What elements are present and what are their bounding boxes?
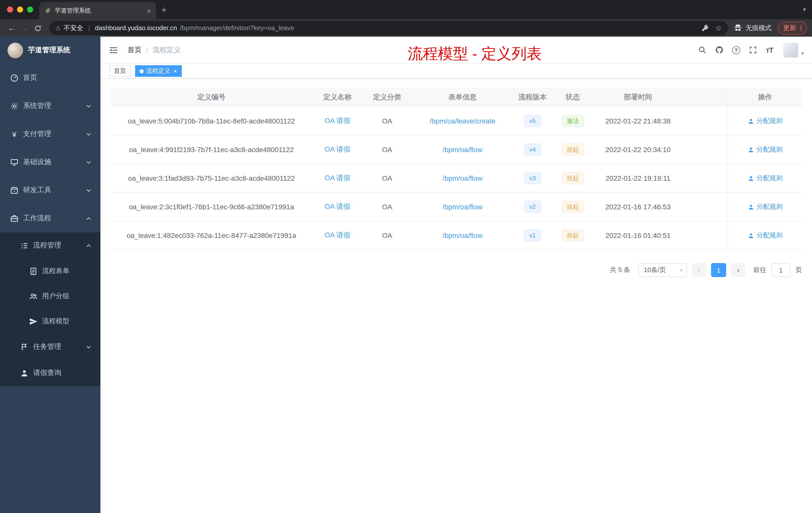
definition-id: oa_leave:4:991f2193-7b7f-11ec-a3c8-acde4… xyxy=(111,146,312,154)
bookmark-star-icon[interactable]: ☆ xyxy=(715,23,722,32)
annotation-title: 流程模型 - 定义列表 xyxy=(408,44,542,64)
sidebar-item-home[interactable]: 首页 xyxy=(0,64,100,92)
next-page-button[interactable]: › xyxy=(731,263,745,277)
definition-name-link[interactable]: OA 请假 xyxy=(325,174,350,182)
definition-id: oa_leave:2:3c1f0ef1-76b1-11ec-9c66-a2380… xyxy=(111,203,312,211)
tag-close-icon[interactable]: × xyxy=(173,68,177,74)
definition-name-link[interactable]: OA 请假 xyxy=(325,231,350,239)
definition-name-link[interactable]: OA 请假 xyxy=(325,202,350,210)
screen: 芋道管理系统 × + ▾ ← → ⚠ 不安全 | dashboard.yudao… xyxy=(0,0,812,513)
table-header: 定义编号 定义名称 定义分类 表单信息 流程版本 状态 部署时间 操作 xyxy=(111,88,802,107)
user-icon xyxy=(748,175,754,181)
chevron-down-icon xyxy=(86,187,91,193)
github-icon[interactable] xyxy=(715,46,724,54)
goto-page-input[interactable] xyxy=(771,263,790,277)
assign-rule-button[interactable]: 分配规则 xyxy=(748,231,783,240)
address-bar[interactable]: ⚠ 不安全 | dashboard.yudao.iocoder.cn/bpm/m… xyxy=(49,21,728,35)
incognito-badge: 无痕模式 xyxy=(733,23,772,33)
definition-name-link[interactable]: OA 请假 xyxy=(325,117,350,124)
form-info-link[interactable]: /bpm/oa/flow xyxy=(443,146,483,154)
workflow-submenu: 流程管理 流程表单 用户分组 xyxy=(0,233,100,386)
tab-close-icon[interactable]: × xyxy=(147,7,151,14)
browser-tab[interactable]: 芋道管理系统 × xyxy=(39,2,156,19)
dashboard-icon xyxy=(10,73,19,82)
sidebar-item-payment[interactable]: ¥ 支付管理 xyxy=(0,120,100,148)
sidebar-item-leave-query[interactable]: 请假查询 xyxy=(0,360,100,386)
definition-name-link[interactable]: OA 请假 xyxy=(325,145,350,153)
sidebar-item-user-groups[interactable]: 用户分组 xyxy=(0,283,100,309)
sidebar-item-workflow[interactable]: 工作流程 xyxy=(0,204,100,233)
sidebar-item-system[interactable]: 系统管理 xyxy=(0,92,100,120)
version-tag: v5 xyxy=(524,115,541,127)
sidebar-item-task-management[interactable]: 任务管理 xyxy=(0,334,100,360)
goto-label: 前往 xyxy=(753,266,766,275)
page-unit-label: 页 xyxy=(795,266,802,275)
forward-button[interactable]: → xyxy=(18,24,31,32)
breadcrumb-home[interactable]: 首页 xyxy=(127,46,142,55)
form-info-link[interactable]: /bpm/oa/flow xyxy=(443,203,483,211)
browser-menu-icon[interactable] xyxy=(800,25,802,31)
url-path: /bpm/manager/definition?key=oa_leave xyxy=(180,24,294,32)
status-tag: 挂起 xyxy=(562,230,584,241)
sidebar-item-process-models[interactable]: 流程模型 xyxy=(0,309,100,334)
page-size-select[interactable]: 10条/页 ▾ xyxy=(638,263,687,277)
not-secure-warning-icon: ⚠ xyxy=(55,24,61,31)
yen-icon: ¥ xyxy=(10,130,19,138)
back-button[interactable]: ← xyxy=(5,24,18,32)
col-definition-id: 定义编号 xyxy=(111,93,312,102)
breadcrumb-separator: / xyxy=(146,46,148,54)
sidebar: 芋道管理系统 首页 系统管理 xyxy=(0,37,100,513)
caret-down-icon: ▾ xyxy=(680,267,683,273)
col-deploy-time: 部署时间 xyxy=(593,93,683,102)
browser-update-button[interactable]: 更新 xyxy=(778,21,807,34)
user-icon xyxy=(748,146,754,153)
sidebar-item-process-management[interactable]: 流程管理 xyxy=(0,233,100,259)
page-content: 定义编号 定义名称 定义分类 表单信息 流程版本 状态 部署时间 操作 oa_l… xyxy=(100,79,812,513)
sidebar-collapse-icon[interactable] xyxy=(109,45,118,55)
col-definition-category: 定义分类 xyxy=(362,93,412,102)
deploy-time: 2022-01-22 20:34:10 xyxy=(593,146,683,154)
form-info-link[interactable]: /bpm/oa/leave/create xyxy=(430,117,495,125)
form-info-link[interactable]: /bpm/oa/flow xyxy=(443,232,483,239)
user-menu[interactable]: ▾ xyxy=(784,42,804,58)
assign-rule-button[interactable]: 分配规则 xyxy=(748,145,783,154)
sidebar-logo[interactable]: 芋道管理系统 xyxy=(0,37,100,64)
new-tab-button[interactable]: + xyxy=(161,5,167,14)
sidebar-item-process-forms[interactable]: 流程表单 xyxy=(0,259,100,283)
assign-rule-button[interactable]: 分配规则 xyxy=(748,174,783,183)
window-controls[interactable] xyxy=(7,6,33,12)
prev-page-button[interactable]: ‹ xyxy=(692,263,706,277)
help-icon[interactable]: ? xyxy=(732,46,740,54)
font-size-icon[interactable]: тT xyxy=(766,46,773,54)
assign-rule-button[interactable]: 分配规则 xyxy=(748,202,783,211)
deploy-time: 2022-01-22 19:19:11 xyxy=(593,174,683,182)
password-key-icon[interactable] xyxy=(701,24,709,32)
version-tag: v2 xyxy=(524,201,541,213)
search-icon[interactable] xyxy=(698,46,706,54)
close-window-button[interactable] xyxy=(7,6,13,12)
deploy-time: 2022-01-22 21:48:38 xyxy=(593,117,683,125)
sidebar-item-dev-tools[interactable]: 研发工具 xyxy=(0,176,100,204)
definition-category: OA xyxy=(362,232,412,239)
reload-button[interactable] xyxy=(31,23,44,32)
incognito-label: 无痕模式 xyxy=(746,23,772,32)
version-tag: v3 xyxy=(524,172,541,184)
status-tag: 激活 xyxy=(562,115,584,127)
page-number-button[interactable]: 1 xyxy=(711,263,726,277)
tag-process-definition[interactable]: 流程定义 × xyxy=(135,65,181,77)
col-actions: 操作 xyxy=(728,88,802,107)
fullscreen-icon[interactable] xyxy=(749,46,757,54)
chevron-up-icon xyxy=(86,243,91,248)
tab-search-caret-icon[interactable]: ▾ xyxy=(803,6,806,13)
assign-rule-button[interactable]: 分配规则 xyxy=(748,117,783,125)
minimize-window-button[interactable] xyxy=(17,6,23,12)
tag-home[interactable]: 首页 xyxy=(110,65,130,77)
maximize-window-button[interactable] xyxy=(27,6,33,12)
form-info-link[interactable]: /bpm/oa/flow xyxy=(443,174,483,182)
table-row: oa_leave:2:3c1f0ef1-76b1-11ec-9c66-a2380… xyxy=(111,193,802,221)
users-icon xyxy=(29,292,38,300)
sidebar-item-infrastructure[interactable]: 基础设施 xyxy=(0,148,100,176)
incognito-spy-icon xyxy=(733,23,743,33)
avatar[interactable] xyxy=(784,42,799,58)
definition-category: OA xyxy=(362,174,412,182)
